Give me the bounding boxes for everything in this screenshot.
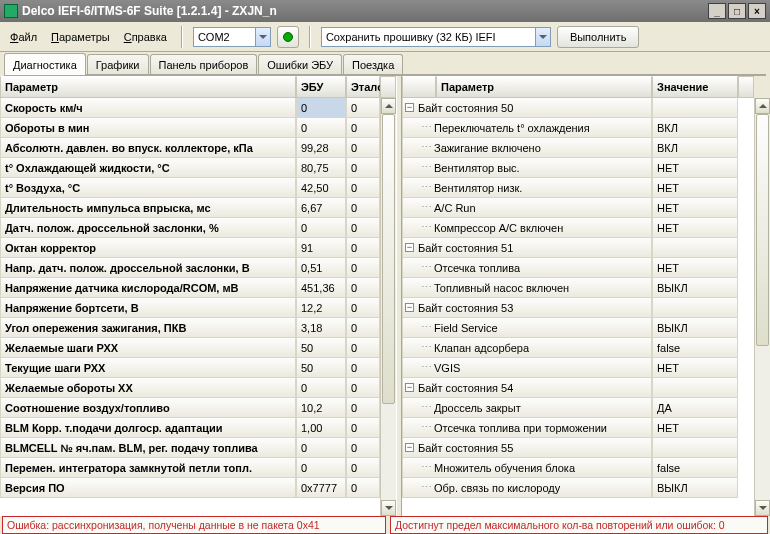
table-row[interactable]: Датч. полож. дроссельной заслонки, %00 [0, 218, 380, 238]
right-grid-header: Параметр Значение [402, 76, 770, 98]
left-hdr-param[interactable]: Параметр [0, 76, 296, 98]
table-row[interactable]: Напряжение датчика кислорода/RCOM, мВ451… [0, 278, 380, 298]
tree-cell: −Байт состояния 50 [402, 98, 652, 118]
tree-cell: ⋯Вентилятор низк. [402, 178, 652, 198]
table-row[interactable]: Октан корректор910 [0, 238, 380, 258]
table-row[interactable]: BLMCELL № яч.пам. BLM, рег. подачу топли… [0, 438, 380, 458]
tree-row[interactable]: −Байт состояния 54 [402, 378, 754, 398]
param-cell: Напр. датч. полож. дроссельной заслонки,… [0, 258, 296, 278]
tree-row[interactable]: ⋯Field ServiceВЫКЛ [402, 318, 754, 338]
value-cell: НЕТ [652, 218, 738, 238]
table-row[interactable]: Скорость км/ч00 [0, 98, 380, 118]
menu-file[interactable]: Файл [6, 29, 41, 45]
right-hdr-value[interactable]: Значение [652, 76, 738, 98]
left-scrollbar[interactable] [380, 98, 396, 516]
table-row[interactable]: Версия ПО0x77770 [0, 478, 380, 498]
collapse-icon[interactable]: − [405, 243, 414, 252]
tab-diagnostics[interactable]: Диагностика [4, 53, 86, 75]
value-cell: ВЫКЛ [652, 278, 738, 298]
firmware-combo[interactable]: Сохранить прошивку (32 КБ) IEFI [321, 27, 551, 47]
tree-cell: ⋯Обр. связь по кислороду [402, 478, 652, 498]
table-row[interactable]: Обороты в мин00 [0, 118, 380, 138]
table-row[interactable]: Желаемые обороты ХХ00 [0, 378, 380, 398]
table-row[interactable]: Перемен. интегратора замкнутой петли топ… [0, 458, 380, 478]
scroll-up-icon[interactable] [381, 98, 396, 114]
tab-graphs[interactable]: Графики [87, 54, 149, 74]
table-row[interactable]: BLM Корр. т.подачи долгоср. адаптации1,0… [0, 418, 380, 438]
tree-row[interactable]: ⋯Отсечка топлива при торможенииНЕТ [402, 418, 754, 438]
tree-row[interactable]: ⋯Множитель обучения блокаfalse [402, 458, 754, 478]
tree-row[interactable]: ⋯VGISНЕТ [402, 358, 754, 378]
table-row[interactable]: Длительность импульса впрыска, мс6,670 [0, 198, 380, 218]
tab-dashboard[interactable]: Панель приборов [150, 54, 258, 74]
tree-row[interactable]: ⋯Зажигание включеноВКЛ [402, 138, 754, 158]
table-row[interactable]: Напряжение бортсети, В12,20 [0, 298, 380, 318]
scroll-up-icon[interactable] [755, 98, 770, 114]
ref-cell: 0 [346, 118, 380, 138]
ecu-cell: 50 [296, 358, 346, 378]
left-hdr-ref[interactable]: Эталон [346, 76, 380, 98]
menu-help[interactable]: Справка [120, 29, 171, 45]
tree-row[interactable]: ⋯Топливный насос включенВЫКЛ [402, 278, 754, 298]
param-cell: Версия ПО [0, 478, 296, 498]
scroll-down-icon[interactable] [381, 500, 396, 516]
item-label: Множитель обучения блока [434, 462, 575, 474]
tree-cell: ⋯Вентилятор выс. [402, 158, 652, 178]
tree-row[interactable]: −Байт состояния 55 [402, 438, 754, 458]
tree-row[interactable]: −Байт состояния 50 [402, 98, 754, 118]
right-scrollbar[interactable] [754, 98, 770, 516]
tree-row[interactable]: ⋯Обр. связь по кислородуВЫКЛ [402, 478, 754, 498]
tree-row[interactable]: ⋯Компрессор A/C включенНЕТ [402, 218, 754, 238]
ecu-cell: 50 [296, 338, 346, 358]
chevron-down-icon[interactable] [535, 28, 550, 46]
firmware-combo-value: Сохранить прошивку (32 КБ) IEFI [322, 31, 535, 43]
collapse-icon[interactable]: − [405, 303, 414, 312]
item-label: Отсечка топлива [434, 262, 520, 274]
maximize-button[interactable]: □ [728, 3, 746, 19]
value-cell: ВКЛ [652, 138, 738, 158]
chevron-down-icon[interactable] [255, 28, 270, 46]
ecu-cell: 0 [296, 378, 346, 398]
scroll-down-icon[interactable] [755, 500, 770, 516]
record-icon [283, 32, 293, 42]
collapse-icon[interactable]: − [405, 443, 414, 452]
tree-row[interactable]: ⋯Клапан адсорбераfalse [402, 338, 754, 358]
tree-row[interactable]: ⋯Вентилятор выс.НЕТ [402, 158, 754, 178]
table-row[interactable]: Соотношение воздух/топливо10,20 [0, 398, 380, 418]
ecu-cell: 0,51 [296, 258, 346, 278]
tree-row[interactable]: ⋯A/C RunНЕТ [402, 198, 754, 218]
table-row[interactable]: Абсолютн. давлен. во впуск. коллекторе, … [0, 138, 380, 158]
titlebar: Delco IEFI-6/ITMS-6F Suite [1.2.1.4] - Z… [0, 0, 770, 22]
collapse-icon[interactable]: − [405, 103, 414, 112]
menu-params[interactable]: Параметры [47, 29, 114, 45]
right-hdr-tree[interactable] [402, 76, 436, 98]
scroll-thumb[interactable] [382, 114, 395, 404]
table-row[interactable]: t° Охлаждающей жидкости, °C80,750 [0, 158, 380, 178]
minimize-button[interactable]: _ [708, 3, 726, 19]
ref-cell: 0 [346, 478, 380, 498]
port-combo[interactable]: COM2 [193, 27, 271, 47]
table-row[interactable]: Угол опережения зажигания, ПКВ3,180 [0, 318, 380, 338]
tab-trip[interactable]: Поездка [343, 54, 403, 74]
tree-row[interactable]: −Байт состояния 53 [402, 298, 754, 318]
connect-button[interactable] [277, 26, 299, 48]
run-button[interactable]: Выполнить [557, 26, 639, 48]
left-grid-header: Параметр ЭБУ Эталон [0, 76, 396, 98]
left-hdr-ecu[interactable]: ЭБУ [296, 76, 346, 98]
table-row[interactable]: t° Воздуха, °C42,500 [0, 178, 380, 198]
tree-row[interactable]: −Байт состояния 51 [402, 238, 754, 258]
param-cell: Длительность импульса впрыска, мс [0, 198, 296, 218]
tree-row[interactable]: ⋯Переключатель t° охлажденияВКЛ [402, 118, 754, 138]
scroll-thumb[interactable] [756, 114, 769, 346]
tree-row[interactable]: ⋯Вентилятор низк.НЕТ [402, 178, 754, 198]
table-row[interactable]: Напр. датч. полож. дроссельной заслонки,… [0, 258, 380, 278]
tab-errors[interactable]: Ошибки ЭБУ [258, 54, 342, 74]
table-row[interactable]: Желаемые шаги РХХ500 [0, 338, 380, 358]
table-row[interactable]: Текущие шаги РХХ500 [0, 358, 380, 378]
collapse-icon[interactable]: − [405, 383, 414, 392]
right-hdr-param[interactable]: Параметр [436, 76, 652, 98]
close-button[interactable]: × [748, 3, 766, 19]
item-label: Компрессор A/C включен [434, 222, 563, 234]
tree-row[interactable]: ⋯Отсечка топливаНЕТ [402, 258, 754, 278]
tree-row[interactable]: ⋯Дроссель закрытДА [402, 398, 754, 418]
